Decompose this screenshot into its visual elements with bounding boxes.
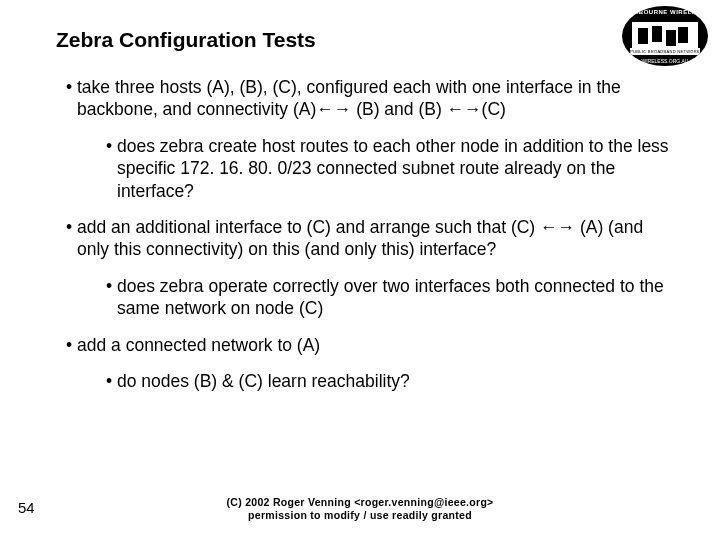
slide: MELBOURNE WIRELESS PUBLIC BROADBAND NETW… (0, 0, 720, 540)
bullet-level2: does zebra operate correctly over two in… (106, 275, 672, 320)
logo-badge: MELBOURNE WIRELESS PUBLIC BROADBAND NETW… (622, 6, 708, 66)
slide-content: take three hosts (A), (B), (C), configur… (48, 76, 672, 392)
bullet-level2: do nodes (B) & (C) learn reachability? (106, 370, 672, 392)
logo-oval: MELBOURNE WIRELESS PUBLIC BROADBAND NETW… (622, 6, 708, 66)
slide-title: Zebra Configuration Tests (56, 28, 672, 52)
logo-band-text: PUBLIC BROADBAND NETWORK (630, 48, 700, 55)
footer-line-2: permission to modify / use readily grant… (0, 509, 720, 522)
logo-skyline-icon (632, 22, 698, 48)
logo-top-text: MELBOURNE WIRELESS (622, 9, 708, 15)
bullet-level1: add a connected network to (A) (66, 334, 672, 356)
logo-url-text: WIRELESS.ORG.AU (622, 58, 708, 64)
bullet-level1: add an additional interface to (C) and a… (66, 216, 672, 261)
bullet-level1: take three hosts (A), (B), (C), configur… (66, 76, 672, 121)
footer: (C) 2002 Roger Venning <roger.venning@ie… (0, 496, 720, 522)
bullet-level2: does zebra create host routes to each ot… (106, 135, 672, 202)
footer-line-1: (C) 2002 Roger Venning <roger.venning@ie… (0, 496, 720, 509)
